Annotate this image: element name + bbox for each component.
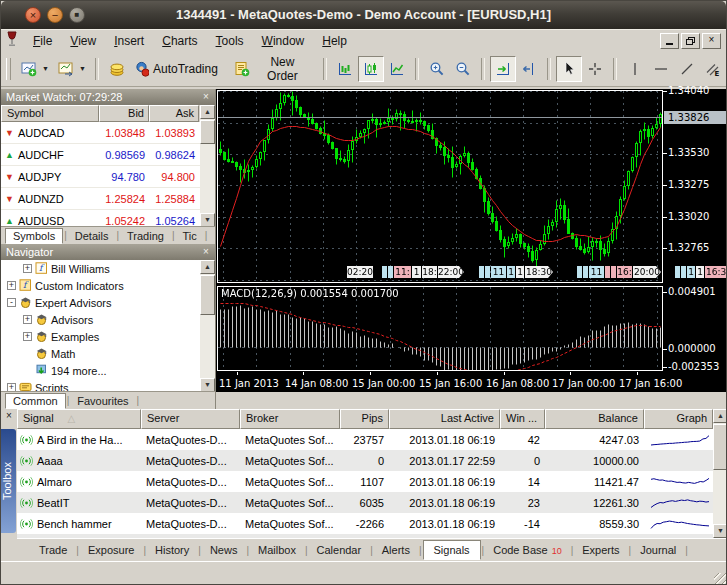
scroll-up-icon[interactable]: ▲ (713, 409, 727, 423)
navigator-titlebar[interactable]: Navigator × (1, 244, 215, 260)
market-watch-row-audchf[interactable]: ▲AUDCHF0.985690.98624 (1, 144, 215, 166)
scroll-down-icon[interactable]: ▼ (713, 524, 727, 538)
trade-marker[interactable]: 02:20 (347, 266, 373, 278)
toolbox-vertical-tab[interactable]: Toolbox (1, 429, 16, 533)
navigator-tab-favourites[interactable]: Favourites (70, 394, 135, 408)
trade-marker[interactable] (681, 266, 686, 278)
trade-marker[interactable] (485, 266, 490, 278)
equidistant-channel-button[interactable]: E (700, 56, 726, 82)
navigator-item-bill-williams[interactable]: +fBill Williams (1, 260, 200, 277)
scroll-down-icon[interactable]: ▼ (200, 213, 215, 227)
expand-icon[interactable]: + (23, 332, 32, 341)
trade-marker[interactable]: 1 (507, 266, 515, 278)
trade-marker[interactable] (479, 266, 484, 278)
menu-window[interactable]: Window (253, 34, 314, 48)
autotrading-button[interactable]: AutoTrading (130, 56, 222, 82)
trade-marker[interactable]: 20:00 (633, 266, 661, 278)
chart-shift-button[interactable] (516, 56, 542, 82)
signals-table-row[interactable]: AlmaroMetaQuotes-D...MetaQuotes Sof...11… (17, 471, 713, 492)
market-watch-scrollbar[interactable]: ▲ ▼ (200, 105, 215, 227)
toolbox-tab-alerts[interactable]: Alerts (374, 541, 418, 559)
signals-column-win[interactable]: Win ... (500, 409, 545, 429)
trade-marker[interactable]: 1 (516, 266, 524, 278)
main-chart-canvas[interactable] (217, 90, 663, 283)
trade-marker[interactable]: 1 (696, 266, 704, 278)
new-chart-dropdown[interactable]: ▼ (42, 65, 49, 72)
signals-table-row[interactable]: AaaaMetaQuotes-D...MetaQuotes Sof...0201… (17, 450, 713, 471)
market-watch-row-audjpy[interactable]: ▼AUDJPY94.78094.800 (1, 166, 215, 188)
signals-table-row[interactable]: Bench hammerMetaQuotes-D...MetaQuotes So… (17, 513, 713, 534)
market-watch-tab-details[interactable]: Details (68, 229, 116, 243)
trade-marker[interactable]: 11: (394, 266, 411, 278)
trade-marker[interactable] (675, 266, 680, 278)
toolbox-tab-trade[interactable]: Trade (31, 541, 75, 559)
signals-column-broker[interactable]: Broker (240, 409, 340, 429)
signals-scrollbar[interactable]: ▲ ▼ (713, 409, 727, 538)
toolbar-grip[interactable] (6, 58, 11, 80)
profiles-dropdown[interactable]: ▼ (79, 65, 86, 72)
window-maximize-button[interactable]: ■ (69, 7, 85, 23)
signals-column-signal[interactable]: Signal△ (17, 409, 141, 429)
zoom-out-button[interactable] (450, 56, 476, 82)
market-watch-row-audnzd[interactable]: ▼AUDNZD1.258241.25884 (1, 188, 215, 210)
toolbox-tab-calendar[interactable]: Calendar (309, 541, 370, 559)
scroll-up-icon[interactable]: ▲ (200, 260, 215, 274)
horizontal-line-button[interactable] (648, 56, 674, 82)
navigator-tab-common[interactable]: Common (5, 393, 66, 409)
signals-column-pips[interactable]: Pips (340, 409, 389, 429)
expand-icon[interactable]: + (23, 264, 32, 273)
trade-marker[interactable] (388, 266, 393, 278)
mdi-minimize-button[interactable] (660, 33, 679, 49)
navigator-close-icon[interactable]: × (200, 246, 212, 258)
collapse-icon[interactable]: - (7, 298, 16, 307)
market-watch-titlebar[interactable]: Market Watch: 07:29:28 × (1, 89, 215, 105)
resize-grip[interactable] (714, 573, 727, 585)
scroll-thumb[interactable] (713, 424, 727, 470)
zoom-in-button[interactable] (424, 56, 450, 82)
market-watch-close-icon[interactable]: × (200, 91, 212, 103)
window-minimize-button[interactable]: − (47, 7, 63, 23)
trade-marker[interactable] (382, 266, 387, 278)
trade-marker[interactable]: 18:30 (525, 266, 553, 278)
coins-button[interactable] (104, 56, 130, 82)
market-watch-row-audcad[interactable]: ▼AUDCAD1.038481.03893 (1, 122, 215, 144)
toolbox-tab-exposure[interactable]: Exposure (80, 541, 142, 559)
toolbox-tab-history[interactable]: History (147, 541, 197, 559)
menu-tools[interactable]: Tools (207, 34, 253, 48)
trade-marker[interactable]: 16: (617, 266, 632, 278)
expand-icon[interactable]: + (7, 281, 16, 290)
trade-marker[interactable] (577, 266, 582, 278)
market-watch-tab-tic[interactable]: Tic (176, 229, 204, 243)
navigator-item-advisors[interactable]: +Advisors (1, 311, 200, 328)
scroll-up-icon[interactable]: ▲ (200, 105, 215, 119)
menu-charts[interactable]: Charts (153, 34, 206, 48)
scroll-thumb[interactable] (200, 275, 215, 315)
menu-help[interactable]: Help (313, 34, 356, 48)
menu-view[interactable]: View (61, 34, 105, 48)
mdi-close-button[interactable]: × (702, 33, 721, 49)
crosshair-button[interactable] (582, 56, 608, 82)
column-ask[interactable]: Ask (149, 105, 199, 122)
navigator-item-194-more[interactable]: 194 more... (1, 362, 200, 379)
scroll-down-icon[interactable]: ▼ (200, 378, 215, 392)
signals-column-last-active[interactable]: Last Active (389, 409, 500, 429)
line-chart-button[interactable] (384, 56, 410, 82)
trade-marker[interactable]: 18: (422, 266, 437, 278)
market-watch-tab-symbols[interactable]: Symbols (5, 228, 63, 244)
menu-insert[interactable]: Insert (105, 34, 153, 48)
toolbox-tab-mailbox[interactable]: Mailbox (250, 541, 304, 559)
bar-chart-button[interactable] (332, 56, 358, 82)
signals-column-server[interactable]: Server (141, 409, 240, 429)
trendline-button[interactable] (674, 56, 700, 82)
trade-marker[interactable] (605, 266, 610, 278)
trade-marker[interactable] (583, 266, 588, 278)
trade-marker[interactable]: 22:00 (438, 266, 464, 278)
cursor-button[interactable] (556, 56, 582, 82)
toolbox-tab-signals[interactable]: Signals (423, 540, 481, 560)
trade-marker[interactable]: 1 (412, 266, 421, 278)
window-close-button[interactable]: × (25, 7, 41, 23)
trade-marker[interactable] (611, 266, 616, 278)
mdi-restore-button[interactable] (681, 33, 700, 49)
signals-table-row[interactable]: A Bird in the Ha...MetaQuotes-D...MetaQu… (17, 429, 713, 450)
navigator-item-custom-indicators[interactable]: +fCustom Indicators (1, 277, 200, 294)
